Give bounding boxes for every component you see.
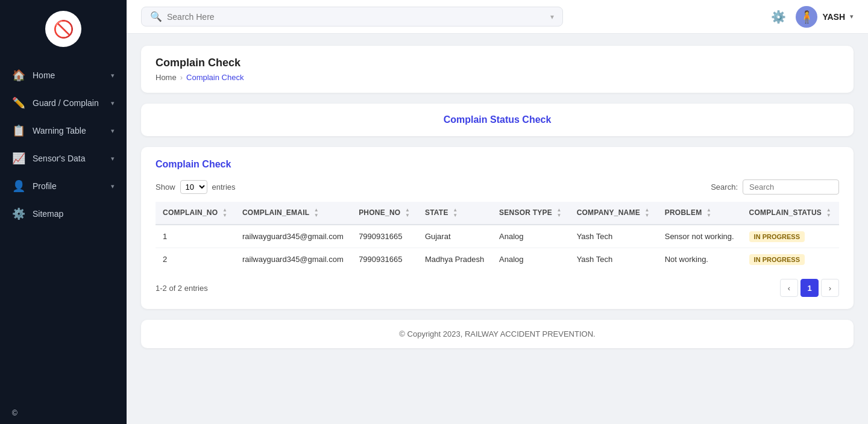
col-company-name[interactable]: COMPANY_NAME ▲▼ [570, 202, 658, 225]
table-search-control: Search: [711, 179, 839, 195]
status-check-card: Complain Status Check [141, 104, 854, 136]
status-check-title: Complain Status Check [444, 114, 552, 125]
breadcrumb-card: Complain Check Home › Complain Check [141, 46, 854, 93]
sidebar-item-label: Home [33, 70, 104, 80]
cell-email: railwayguard345@gmail.com [235, 225, 351, 248]
page-1-button[interactable]: 1 [800, 279, 819, 297]
table-head: COMPLAIN_NO ▲▼ COMPLAIN_EMAIL ▲▼ PHONE_N… [156, 202, 839, 225]
show-entries: Show 10 25 50 entries [156, 180, 236, 194]
status-badge: IN PROGRESS [749, 231, 805, 242]
main-area: 🔍 ▾ ⚙️ 🧍 YASH ▾ Complain Check Home › Co… [127, 0, 868, 424]
footer-text: © Copyright 2023, RAILWAY ACCIDENT PREVE… [399, 329, 595, 338]
sidebar-logo: 🚫 [0, 0, 127, 57]
user-chevron-icon: ▾ [850, 13, 854, 20]
cell-company: Yash Tech [570, 248, 658, 271]
table-footer: 1-2 of 2 entries ‹ 1 › [156, 279, 839, 297]
sidebar-item-label: Warning Table [33, 126, 104, 136]
cell-company: Yash Tech [570, 225, 658, 248]
home-icon: 🏠 [12, 69, 25, 82]
sidebar-item-label: Sitemap [33, 209, 115, 219]
cell-state: Madhya Pradesh [418, 248, 492, 271]
status-badge: IN PROGRESS [749, 254, 805, 265]
sidebar-bottom: © [0, 401, 127, 424]
col-problem[interactable]: PROBLEM ▲▼ [658, 202, 742, 225]
entries-info: 1-2 of 2 entries [156, 284, 208, 293]
nav-arrow-icon: ▾ [111, 99, 115, 107]
logo-circle: 🚫 [45, 11, 81, 47]
sensors-data-icon: 📈 [12, 152, 25, 165]
col-sensor-type[interactable]: SENSOR TYPE ▲▼ [492, 202, 570, 225]
search-bar[interactable]: 🔍 ▾ [141, 7, 563, 26]
sidebar-nav: 🏠 Home ▾ ✏️ Guard / Complain ▾ 📋 Warning… [0, 57, 127, 401]
sidebar-item-guard-complain[interactable]: ✏️ Guard / Complain ▾ [0, 89, 127, 117]
user-info[interactable]: 🧍 YASH ▾ [796, 6, 854, 28]
cell-problem: Not working. [658, 248, 742, 271]
logo-icon: 🚫 [53, 19, 74, 39]
table-row: 1 railwayguard345@gmail.com 7990931665 G… [156, 225, 839, 248]
entries-select[interactable]: 10 25 50 [180, 180, 207, 194]
sidebar-item-sitemap[interactable]: ⚙️ Sitemap [0, 200, 127, 228]
sidebar-item-home[interactable]: 🏠 Home ▾ [0, 61, 127, 89]
col-state[interactable]: STATE ▲▼ [418, 202, 492, 225]
sort-icon: ▲▼ [826, 208, 831, 218]
entries-label: entries [212, 182, 236, 192]
header: 🔍 ▾ ⚙️ 🧍 YASH ▾ [127, 0, 868, 34]
cell-state: Gujarat [418, 225, 492, 248]
table-card-title: Complain Check [156, 159, 839, 170]
sort-icon: ▲▼ [557, 208, 562, 218]
sitemap-icon: ⚙️ [12, 207, 25, 220]
cell-status: IN PROGRESS [742, 225, 839, 248]
guard-complain-icon: ✏️ [12, 96, 25, 110]
nav-arrow-icon: ▾ [111, 155, 115, 163]
breadcrumb-separator: › [180, 73, 183, 82]
sidebar-item-profile[interactable]: 👤 Profile ▾ [0, 172, 127, 200]
profile-icon: 👤 [12, 179, 25, 193]
col-complain-email[interactable]: COMPLAIN_EMAIL ▲▼ [235, 202, 351, 225]
warning-table-icon: 📋 [12, 124, 25, 137]
col-phone-no[interactable]: PHONE_NO ▲▼ [351, 202, 418, 225]
footer-card: © Copyright 2023, RAILWAY ACCIDENT PREVE… [141, 320, 854, 348]
table-row: 2 railwayguard345@gmail.com 7990931665 M… [156, 248, 839, 271]
user-name-label: YASH [822, 12, 845, 22]
complain-table: COMPLAIN_NO ▲▼ COMPLAIN_EMAIL ▲▼ PHONE_N… [156, 202, 839, 270]
table-header-row: COMPLAIN_NO ▲▼ COMPLAIN_EMAIL ▲▼ PHONE_N… [156, 202, 839, 225]
col-complain-no[interactable]: COMPLAIN_NO ▲▼ [156, 202, 235, 225]
prev-page-button[interactable]: ‹ [780, 279, 798, 297]
sidebar-item-label: Guard / Complain [33, 98, 104, 108]
cell-phone: 7990931665 [351, 248, 418, 271]
table-search-input[interactable] [743, 179, 839, 195]
nav-arrow-icon: ▾ [111, 72, 115, 80]
sidebar-item-warning-table[interactable]: 📋 Warning Table ▾ [0, 117, 127, 145]
breadcrumb-home[interactable]: Home [156, 73, 177, 82]
cell-complain-no: 1 [156, 225, 235, 248]
content-area: Complain Check Home › Complain Check Com… [127, 34, 868, 424]
avatar: 🧍 [796, 6, 817, 28]
header-right: ⚙️ 🧍 YASH ▾ [771, 6, 854, 28]
sort-icon: ▲▼ [405, 208, 410, 218]
cell-sensor-type: Analog [492, 225, 570, 248]
col-complain-status[interactable]: COMPLAIN_STATUS ▲▼ [742, 202, 839, 225]
search-input[interactable] [167, 12, 546, 22]
table-body: 1 railwayguard345@gmail.com 7990931665 G… [156, 225, 839, 270]
pagination: ‹ 1 › [780, 279, 839, 297]
cell-phone: 7990931665 [351, 225, 418, 248]
table-card: Complain Check Show 10 25 50 entries Sea… [141, 147, 854, 309]
sidebar: 🚫 🏠 Home ▾ ✏️ Guard / Complain ▾ 📋 Warni… [0, 0, 127, 424]
table-controls: Show 10 25 50 entries Search: [156, 179, 839, 195]
sidebar-item-label: Sensor's Data [33, 154, 104, 163]
page-title: Complain Check [156, 57, 839, 69]
breadcrumb-current: Complain Check [186, 73, 244, 82]
breadcrumb: Home › Complain Check [156, 73, 839, 82]
cell-sensor-type: Analog [492, 248, 570, 271]
sort-icon: ▲▼ [453, 208, 458, 218]
sidebar-item-label: Profile [33, 181, 104, 191]
sort-icon: ▲▼ [706, 208, 711, 218]
sidebar-item-sensors-data[interactable]: 📈 Sensor's Data ▾ [0, 145, 127, 172]
search-dropdown-icon: ▾ [550, 13, 554, 21]
sort-icon: ▲▼ [314, 208, 319, 218]
show-label: Show [156, 182, 175, 192]
next-page-button[interactable]: › [821, 279, 839, 297]
settings-icon[interactable]: ⚙️ [771, 10, 786, 24]
copyright-icon: © [12, 409, 17, 417]
search-icon: 🔍 [150, 11, 162, 22]
